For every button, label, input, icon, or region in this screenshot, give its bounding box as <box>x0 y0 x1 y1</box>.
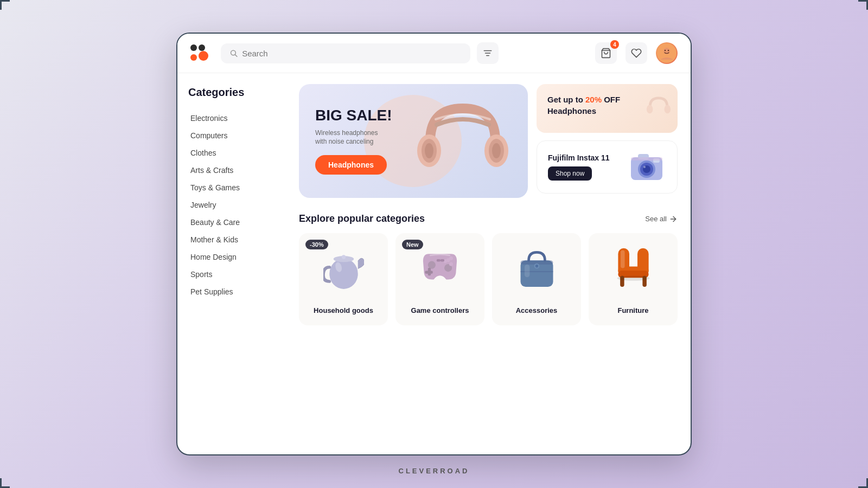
camera-banner: Fujifilm Instax 11 Shop now <box>537 140 678 194</box>
svg-point-17 <box>665 105 671 114</box>
banner-row: BIG SALE! Wireless headphones with noise… <box>299 84 678 198</box>
filter-icon <box>483 48 493 58</box>
camera-title: Fujifilm Instax 11 <box>548 153 621 162</box>
search-bar <box>221 43 470 63</box>
svg-point-31 <box>428 261 436 268</box>
svg-point-45 <box>535 265 538 268</box>
banner-subtitle: Wireless headphones with noise canceling <box>315 129 392 147</box>
svg-rect-40 <box>441 259 444 261</box>
main-banner: BIG SALE! Wireless headphones with noise… <box>299 84 528 198</box>
svg-point-27 <box>329 258 358 288</box>
svg-rect-25 <box>631 157 662 160</box>
svg-point-16 <box>647 105 653 114</box>
svg-point-9 <box>668 50 669 51</box>
logo-icon <box>190 44 208 62</box>
logo-dot-3 <box>190 54 197 61</box>
category-card-household[interactable]: -30% <box>299 233 388 325</box>
accessories-illustration <box>516 244 557 290</box>
svg-point-36 <box>449 262 453 266</box>
filter-button[interactable] <box>477 42 499 64</box>
svg-point-54 <box>617 275 649 280</box>
svg-point-29 <box>341 255 346 259</box>
sidebar-item-sports[interactable]: Sports <box>188 266 275 283</box>
svg-line-1 <box>235 55 237 56</box>
household-illustration <box>322 244 365 293</box>
sidebar-item-mother-kids[interactable]: Mother & Kids <box>188 231 275 248</box>
category-name-household: Household goods <box>314 306 373 314</box>
category-card-furniture[interactable]: Furniture <box>589 233 678 325</box>
see-all-link[interactable]: See all <box>645 215 678 223</box>
logo-dot-2 <box>199 44 205 51</box>
sidebar-title: Categories <box>188 86 275 99</box>
sidebar-item-arts-crafts[interactable]: Arts & Crafts <box>188 162 275 179</box>
svg-point-22 <box>643 166 646 168</box>
header-actions: 4 <box>595 42 678 64</box>
promo-banner: Get up to 20% OFF Headphones <box>537 84 678 133</box>
arrow-right-icon <box>669 215 678 223</box>
app-window: 4 <box>176 33 692 455</box>
banner-title: BIG SALE! <box>315 107 392 124</box>
sidebar-item-toys-games[interactable]: Toys & Games <box>188 179 275 196</box>
category-name-accessories: Accessories <box>516 306 558 314</box>
svg-point-8 <box>665 50 666 51</box>
avatar[interactable] <box>656 42 678 64</box>
banner-text: BIG SALE! Wireless headphones with noise… <box>315 107 392 175</box>
categories-section-title: Explore popular categories <box>299 213 425 224</box>
categories-section-header: Explore popular categories See all <box>299 213 678 224</box>
footer-brand: CLEVERROAD <box>398 467 469 475</box>
shop-now-button[interactable]: Shop now <box>548 166 592 181</box>
header: 4 <box>177 34 691 73</box>
categories-grid: -30% <box>299 233 678 325</box>
svg-point-12 <box>425 143 433 158</box>
promo-decoration <box>645 94 672 123</box>
sidebar: Categories Electronics Computers Clothes… <box>177 73 286 454</box>
sidebar-item-jewelry[interactable]: Jewelry <box>188 196 275 214</box>
heart-icon <box>631 48 642 59</box>
category-badge-household: -30% <box>305 240 328 249</box>
main-content: BIG SALE! Wireless headphones with noise… <box>286 73 691 454</box>
category-card-controllers[interactable]: New <box>395 233 484 325</box>
sidebar-item-beauty-care[interactable]: Beauty & Care <box>188 214 275 231</box>
search-icon <box>229 49 238 57</box>
sidebar-item-computers[interactable]: Computers <box>188 127 275 144</box>
camera-illustration <box>628 151 666 183</box>
headphones-button[interactable]: Headphones <box>315 155 387 175</box>
svg-rect-46 <box>525 265 529 277</box>
main-layout: Categories Electronics Computers Clothes… <box>177 73 691 454</box>
camera-info: Fujifilm Instax 11 Shop now <box>548 153 621 181</box>
wishlist-button[interactable] <box>626 42 647 64</box>
furniture-illustration <box>613 244 654 290</box>
svg-point-38 <box>449 256 453 260</box>
logo-dot-1 <box>190 44 197 51</box>
category-badge-controllers: New <box>402 240 423 249</box>
sidebar-item-clothes[interactable]: Clothes <box>188 144 275 162</box>
sidebar-item-electronics[interactable]: Electronics <box>188 110 275 127</box>
cart-button[interactable]: 4 <box>595 42 617 64</box>
svg-rect-53 <box>621 251 625 268</box>
logo <box>190 44 208 62</box>
category-name-controllers: Game controllers <box>411 306 469 314</box>
avatar-icon <box>657 43 676 63</box>
logo-dot-4 <box>199 51 208 61</box>
cart-icon <box>601 48 611 59</box>
svg-rect-39 <box>437 259 441 261</box>
category-card-accessories[interactable]: Accessories <box>492 233 581 325</box>
svg-point-15 <box>492 143 501 158</box>
sidebar-item-home-design[interactable]: Home Design <box>188 248 275 266</box>
sidebar-item-pet-supplies[interactable]: Pet Supplies <box>188 283 275 300</box>
controller-illustration <box>418 244 462 287</box>
cart-badge: 4 <box>610 40 619 49</box>
headphone-illustration <box>414 92 512 195</box>
category-name-furniture: Furniture <box>617 306 648 314</box>
svg-rect-34 <box>425 271 432 273</box>
side-banners: Get up to 20% OFF Headphones <box>537 84 678 198</box>
search-input[interactable] <box>242 49 462 58</box>
